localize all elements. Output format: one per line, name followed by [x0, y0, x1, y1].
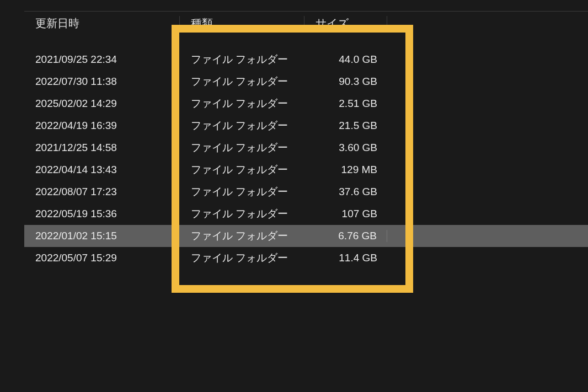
cell-type: ファイル フォルダー: [180, 229, 304, 243]
table-row[interactable]: 2022/04/14 13:43ファイル フォルダー129 MB: [24, 159, 588, 181]
cell-date: 2021/09/25 22:34: [24, 53, 180, 66]
cell-size: 44.0 GB: [304, 53, 387, 66]
column-headers: 更新日時 種類 サイズ: [24, 11, 588, 35]
cell-size: 37.6 GB: [304, 186, 387, 198]
header-date-modified[interactable]: 更新日時: [24, 12, 180, 35]
cell-type: ファイル フォルダー: [180, 74, 304, 89]
cell-date: 2025/02/02 14:29: [24, 98, 180, 110]
cell-size: 3.60 GB: [304, 142, 387, 154]
cell-size: 107 GB: [304, 208, 387, 220]
table-row[interactable]: 2021/09/25 22:34ファイル フォルダー44.0 GB: [24, 49, 588, 71]
cell-date: 2021/12/25 14:58: [24, 142, 180, 154]
cell-date: 2022/05/07 15:29: [24, 252, 180, 264]
cell-size: 6.76 GB: [304, 230, 387, 242]
table-row[interactable]: 2022/04/19 16:39ファイル フォルダー21.5 GB: [24, 115, 588, 137]
cell-size: 2.51 GB: [304, 98, 387, 110]
cell-size: 21.5 GB: [304, 120, 387, 132]
cell-type: ファイル フォルダー: [180, 207, 304, 221]
cell-type: ファイル フォルダー: [180, 52, 304, 67]
cell-type: ファイル フォルダー: [180, 185, 304, 199]
cell-date: 2022/07/30 11:38: [24, 76, 180, 88]
cell-date: 2022/04/14 13:43: [24, 164, 180, 176]
cell-date: 2022/05/19 15:36: [24, 208, 180, 220]
table-row[interactable]: 2022/07/30 11:38ファイル フォルダー90.3 GB: [24, 71, 588, 93]
cell-size: 11.4 GB: [304, 252, 387, 264]
table-row[interactable]: 2021/12/25 14:58ファイル フォルダー3.60 GB: [24, 137, 588, 159]
cell-type: ファイル フォルダー: [180, 141, 304, 155]
table-row[interactable]: 2022/08/07 17:23ファイル フォルダー37.6 GB: [24, 181, 588, 203]
cell-type: ファイル フォルダー: [180, 119, 304, 133]
table-row[interactable]: 2025/02/02 14:29ファイル フォルダー2.51 GB: [24, 93, 588, 115]
cell-date: 2022/04/19 16:39: [24, 120, 180, 132]
cell-size: 90.3 GB: [304, 76, 387, 88]
cell-date: 2022/01/02 15:15: [24, 230, 180, 242]
table-row[interactable]: 2022/05/19 15:36ファイル フォルダー107 GB: [24, 203, 588, 225]
cell-size: 129 MB: [304, 164, 387, 176]
file-explorer-panel: 更新日時 種類 サイズ 2021/09/25 22:34ファイル フォルダー44…: [0, 0, 588, 269]
cell-type: ファイル フォルダー: [180, 163, 304, 177]
table-row[interactable]: 2022/05/07 15:29ファイル フォルダー11.4 GB: [24, 247, 588, 269]
file-rows: 2021/09/25 22:34ファイル フォルダー44.0 GB2022/07…: [24, 49, 588, 269]
header-size[interactable]: サイズ: [304, 12, 387, 35]
cell-type: ファイル フォルダー: [180, 251, 304, 265]
cell-date: 2022/08/07 17:23: [24, 186, 180, 198]
header-type[interactable]: 種類: [180, 12, 304, 35]
table-row[interactable]: 2022/01/02 15:15ファイル フォルダー6.76 GB: [24, 225, 588, 247]
cell-type: ファイル フォルダー: [180, 96, 304, 111]
